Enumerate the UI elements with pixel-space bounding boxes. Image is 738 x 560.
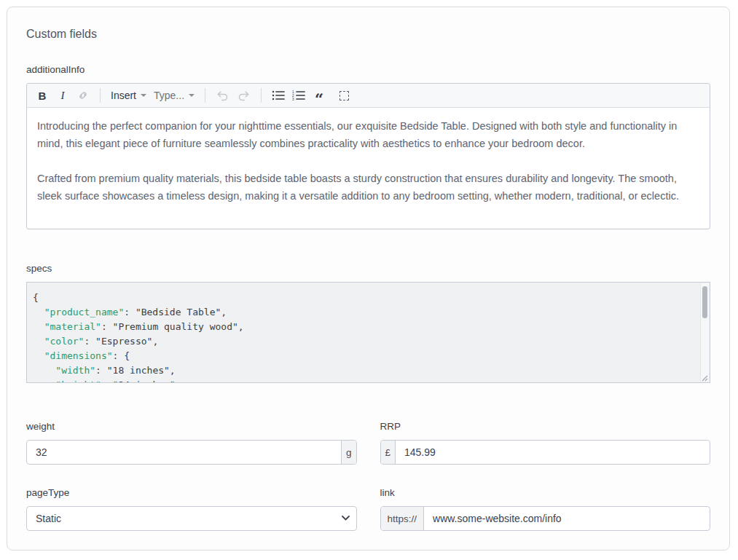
pagetype-label: pageType bbox=[26, 487, 357, 498]
card-title: Custom fields bbox=[26, 28, 710, 41]
undo-button[interactable] bbox=[213, 86, 232, 105]
specs-code-editor[interactable]: { "product_name": "Bedside Table", "mate… bbox=[26, 282, 710, 383]
code-line: { bbox=[33, 291, 695, 305]
pagetype-select-wrap: Static bbox=[26, 506, 357, 531]
resize-handle-icon[interactable] bbox=[700, 374, 708, 382]
chain-link-icon bbox=[77, 90, 89, 101]
weight-label: weight bbox=[26, 421, 357, 432]
code-line: "height": "24 inches", bbox=[33, 378, 695, 382]
toolbar-divider bbox=[100, 88, 101, 103]
protocol-addon: https:// bbox=[381, 507, 425, 530]
code-line: "dimensions": { bbox=[33, 349, 695, 363]
rrp-input[interactable] bbox=[396, 441, 710, 464]
bullet-list-button[interactable] bbox=[269, 86, 288, 105]
rrp-field: RRP £ bbox=[380, 421, 711, 465]
rich-text-editor: B I Insert Type... bbox=[26, 83, 710, 229]
undo-arrow-icon bbox=[216, 90, 229, 101]
insert-menu-label: Insert bbox=[111, 90, 136, 101]
blockquote-button[interactable]: “ bbox=[310, 86, 329, 105]
numbered-list-button[interactable]: 1 2 3 bbox=[289, 86, 308, 105]
code-line: "color": "Espresso", bbox=[33, 334, 695, 349]
rrp-label: RRP bbox=[380, 421, 711, 432]
specs-code: { "product_name": "Bedside Table", "mate… bbox=[27, 283, 710, 382]
additionalinfo-label: additionalInfo bbox=[26, 64, 710, 75]
specs-label: specs bbox=[26, 263, 710, 274]
currency-addon: £ bbox=[381, 441, 396, 464]
weight-input-group: g bbox=[26, 440, 357, 465]
type-menu-button[interactable]: Type... bbox=[151, 86, 197, 105]
chevron-down-icon bbox=[141, 94, 146, 97]
svg-text:3: 3 bbox=[292, 98, 294, 100]
link-label: link bbox=[380, 487, 711, 498]
italic-button[interactable]: I bbox=[53, 86, 72, 105]
toolbar-divider bbox=[205, 88, 205, 103]
weight-field: weight g bbox=[26, 421, 357, 465]
pagetype-field: pageType Static bbox=[26, 487, 357, 531]
pagetype-select[interactable]: Static bbox=[26, 506, 357, 531]
link-button[interactable] bbox=[74, 86, 93, 105]
link-input-group: https:// bbox=[380, 506, 711, 531]
scrollbar-thumb[interactable] bbox=[702, 286, 707, 318]
rrp-input-group: £ bbox=[380, 440, 711, 465]
redo-arrow-icon bbox=[237, 90, 251, 101]
editor-content[interactable]: Introducing the perfect companion for yo… bbox=[27, 108, 710, 229]
editor-paragraph: Crafted from premium quality materials, … bbox=[37, 170, 699, 205]
scrollbar-track[interactable] bbox=[700, 283, 709, 382]
bullet-list-icon bbox=[272, 90, 285, 100]
code-line: "width": "18 inches", bbox=[33, 363, 695, 378]
link-input[interactable] bbox=[424, 507, 710, 530]
fields-grid: weight g RRP £ pageType Static bbox=[26, 421, 710, 531]
code-line: "product_name": "Bedside Table", bbox=[33, 305, 695, 320]
weight-unit-addon: g bbox=[341, 441, 356, 464]
type-menu-label: Type... bbox=[154, 90, 184, 101]
insert-menu-button[interactable]: Insert bbox=[108, 86, 149, 105]
redo-button[interactable] bbox=[234, 86, 254, 105]
code-line: "material": "Premium quality wood", bbox=[33, 320, 695, 334]
rte-toolbar: B I Insert Type... bbox=[27, 84, 710, 108]
custom-fields-card: Custom fields additionalInfo B I Insert … bbox=[7, 7, 730, 551]
weight-input[interactable] bbox=[27, 441, 341, 464]
double-quote-icon: “ bbox=[315, 95, 323, 103]
chevron-down-icon bbox=[189, 94, 195, 97]
numbered-list-icon: 1 2 3 bbox=[292, 90, 305, 100]
editor-paragraph: Introducing the perfect companion for yo… bbox=[37, 117, 699, 152]
dashed-square-icon bbox=[339, 91, 349, 100]
toolbar-divider bbox=[261, 88, 262, 103]
link-field: link https:// bbox=[380, 487, 711, 531]
bold-button[interactable]: B bbox=[33, 86, 52, 105]
insert-box-button[interactable] bbox=[334, 86, 353, 105]
